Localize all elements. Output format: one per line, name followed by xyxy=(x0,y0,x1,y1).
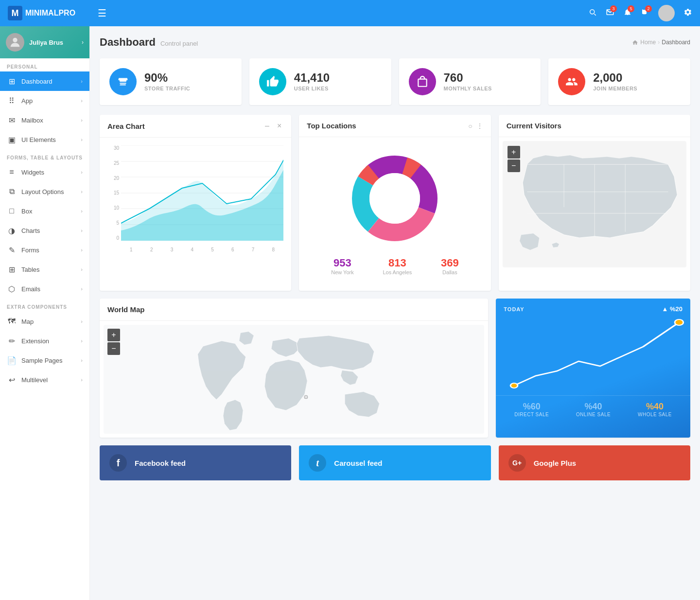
sidebar-item-multilevel[interactable]: ↩ Multilevel › xyxy=(0,370,89,389)
notifications-icon[interactable]: 5 xyxy=(623,8,632,19)
today-change: ▲ %20 xyxy=(662,305,682,313)
today-footer: %60 DIRECT SALE %40 ONLINE SALE %40 WHOL… xyxy=(496,395,690,423)
donut-chart-wrapper xyxy=(307,145,483,252)
sidebar-item-label: Multilevel xyxy=(21,376,76,384)
stat-value-la: 813 xyxy=(383,257,412,269)
map-icon: 🗺 xyxy=(7,317,17,326)
donut-chart xyxy=(346,150,443,247)
area-chart-area: 30 25 20 15 10 5 0 xyxy=(107,145,283,252)
today-header: TODAY ▲ %20 xyxy=(496,299,690,313)
sidebar-item-app[interactable]: ⠿ App › xyxy=(0,91,89,110)
close-button[interactable]: × xyxy=(275,122,283,130)
world-map-zoom-in[interactable]: + xyxy=(107,329,120,341)
hamburger-button[interactable]: ☰ xyxy=(98,7,106,19)
user-avatar[interactable] xyxy=(658,5,675,21)
locations-more-icon[interactable]: ⋮ xyxy=(476,122,483,130)
svg-point-0 xyxy=(665,10,668,13)
current-visitors-body: + − xyxy=(499,137,690,271)
flag-badge: 2 xyxy=(645,5,652,12)
sidebar-item-label: Emails xyxy=(21,285,76,293)
twitter-icon: t xyxy=(309,454,326,472)
sidebar-item-tables[interactable]: ⊞ Tables › xyxy=(0,260,89,279)
tables-icon: ⊞ xyxy=(7,265,17,274)
section-label-personal: PERSONAL xyxy=(0,58,89,71)
mail-icon[interactable]: 3 xyxy=(606,8,614,19)
page-header: Dashboard Control panel Home › Dashboard xyxy=(100,36,690,49)
svg-point-21 xyxy=(510,383,518,388)
today-stat-direct: %60 DIRECT SALE xyxy=(514,402,549,417)
sidebar-item-emails[interactable]: ⬡ Emails › xyxy=(0,279,89,299)
locations-refresh-icon[interactable]: ○ xyxy=(468,122,472,130)
stat-label: MONTHLY SALES xyxy=(444,86,492,91)
stat-label-ny: New York xyxy=(331,269,353,275)
facebook-card[interactable]: f Facebook feed xyxy=(100,445,291,480)
world-map-header: World Map xyxy=(100,299,488,321)
sidebar-item-label: Layout Options xyxy=(21,188,76,195)
breadcrumb-current: Dashboard xyxy=(662,39,690,46)
stat-value: 41,410 xyxy=(294,72,330,84)
sidebar-item-label: Charts xyxy=(21,227,76,234)
box-icon: □ xyxy=(7,206,17,216)
extension-icon: ✏ xyxy=(7,336,17,346)
sidebar-item-mailbox[interactable]: ✉ Mailbox › xyxy=(0,110,89,130)
google-plus-icon: G+ xyxy=(508,454,526,472)
sidebar-item-label: Forms xyxy=(21,247,76,254)
today-stat-label-whole: WHOLE SALE xyxy=(638,412,672,417)
sidebar-user-chevron: › xyxy=(82,39,84,46)
stat-los-angeles: 813 Los Angeles xyxy=(383,257,412,275)
stat-label-dallas: Dallas xyxy=(441,269,459,275)
stat-label: JOIN MEMBERS xyxy=(593,86,637,91)
stat-card-members: 2,000 JOIN MEMBERS xyxy=(548,58,690,105)
breadcrumb-home[interactable]: Home xyxy=(640,39,656,46)
sidebar-item-box[interactable]: □ Box › xyxy=(0,201,89,221)
google-plus-card[interactable]: G+ Google Plus xyxy=(499,445,690,480)
sidebar-item-label: Widgets xyxy=(21,169,76,176)
sidebar-item-sample-pages[interactable]: 📄 Sample Pages › xyxy=(0,351,89,370)
sidebar-item-map[interactable]: 🗺 Map › xyxy=(0,312,89,331)
current-visitors-title: Current Visitors xyxy=(507,122,561,130)
stat-icon-members xyxy=(558,68,585,95)
sidebar-item-dashboard[interactable]: ⊞ Dashboard › xyxy=(0,71,89,91)
us-map-svg xyxy=(503,146,686,263)
today-stat-whole: %40 WHOLE SALE xyxy=(638,402,672,417)
world-map-title: World Map xyxy=(107,305,144,314)
sidebar-item-label: Dashboard xyxy=(21,78,76,85)
sidebar-item-layout[interactable]: ⧉ Layout Options › xyxy=(0,182,89,201)
breadcrumb: Home › Dashboard xyxy=(632,39,690,46)
multilevel-icon: ↩ xyxy=(7,375,17,385)
stat-icon-traffic xyxy=(109,68,137,95)
facebook-label: Facebook feed xyxy=(135,459,186,467)
sidebar-user[interactable]: Juliya Brus › xyxy=(0,26,89,58)
sidebar-item-charts[interactable]: ◑ Charts › xyxy=(0,221,89,240)
notifications-badge: 5 xyxy=(628,5,634,12)
chart-inner xyxy=(121,145,283,241)
minimize-button[interactable]: – xyxy=(263,122,271,130)
today-stat-online: %40 ONLINE SALE xyxy=(576,402,611,417)
sidebar-item-forms[interactable]: ✎ Forms › xyxy=(0,240,89,260)
stats-row: 90% STORE TRAFFIC 41,410 USER LIKES 760 … xyxy=(100,58,690,105)
search-icon[interactable] xyxy=(588,8,597,19)
twitter-card[interactable]: t Carousel feed xyxy=(299,445,490,480)
page-title-block: Dashboard Control panel xyxy=(100,36,198,49)
today-chart xyxy=(496,313,690,395)
app-icon: ⠿ xyxy=(7,96,17,106)
app-logo: M MINIMALPRO xyxy=(8,6,98,20)
world-map-zoom-out[interactable]: − xyxy=(107,342,120,355)
flag-icon[interactable]: 2 xyxy=(641,8,649,19)
settings-icon[interactable] xyxy=(683,8,692,19)
current-visitors-card: Current Visitors + − xyxy=(499,115,690,291)
sidebar-item-ui-elements[interactable]: ▣ UI Elements › xyxy=(0,130,89,149)
twitter-label: Carousel feed xyxy=(334,459,382,467)
sidebar-item-widgets[interactable]: ≡ Widgets › xyxy=(0,162,89,182)
topnav-actions: 3 5 2 xyxy=(588,5,692,21)
donut-stats: 953 New York 813 Los Angeles 369 Dallas xyxy=(307,252,483,283)
today-label: TODAY xyxy=(504,306,524,312)
us-map-container: + − xyxy=(503,141,686,267)
stat-icon-sales xyxy=(409,68,436,95)
sidebar: Juliya Brus › PERSONAL ⊞ Dashboard › ⠿ A… xyxy=(0,26,90,490)
svg-point-22 xyxy=(675,319,683,325)
sidebar-item-extension[interactable]: ✏ Extension › xyxy=(0,331,89,351)
sidebar-item-label: Box xyxy=(21,208,76,215)
stat-info-traffic: 90% STORE TRAFFIC xyxy=(144,72,190,91)
sidebar-avatar xyxy=(6,33,24,52)
